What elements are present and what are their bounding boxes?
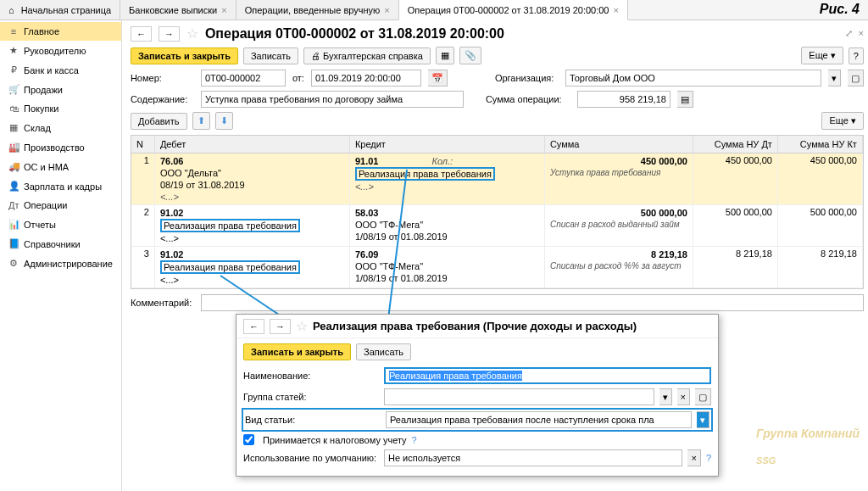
close-icon[interactable]: × [384, 5, 389, 15]
dropdown-icon[interactable]: ▾ [659, 388, 672, 405]
dropdown-icon[interactable]: ▾ [828, 70, 841, 86]
tab-operation[interactable]: Операция 0Т00-000002 от 31.08.2019 20:00… [399, 0, 628, 20]
clear-icon[interactable]: × [677, 388, 690, 405]
add-button[interactable]: Добавить [131, 113, 187, 130]
sidebar-item[interactable]: 🏭Производство [0, 137, 121, 157]
save-button[interactable]: Записать [243, 47, 298, 64]
col-debit[interactable]: Дебет [155, 136, 350, 153]
org-label: Организация: [495, 73, 559, 83]
sidebar-item[interactable]: ▦Склад [0, 118, 121, 137]
sidebar-item-label: Банк и касса [24, 65, 79, 75]
sidebar-icon: Дт [8, 200, 19, 210]
col-sum[interactable]: Сумма [545, 136, 693, 153]
sidebar-icon: 📊 [8, 219, 19, 230]
tab-bank[interactable]: Банковские выписки× [120, 0, 236, 20]
help-icon[interactable]: ? [706, 453, 711, 463]
sidebar-item[interactable]: 📘Справочники [0, 234, 121, 254]
table-row[interactable]: 291.02Реализация права требования<...>58… [131, 205, 863, 247]
popup-back[interactable]: ← [243, 319, 264, 334]
sidebar-icon: ▦ [8, 122, 19, 133]
org-input[interactable] [565, 70, 821, 86]
help-icon[interactable]: ? [412, 435, 417, 445]
table-row[interactable]: 176.06ООО "Дельта"08/19 от 31.08.2019<..… [131, 153, 863, 205]
table-row[interactable]: 391.02Реализация права требования<...>76… [131, 247, 863, 288]
sidebar-item-label: Производство [24, 142, 85, 153]
col-nud[interactable]: Сумма НУ Дт [693, 136, 778, 153]
close-icon[interactable]: × [614, 5, 619, 15]
sidebar-item[interactable]: 🛒Продажи [0, 80, 121, 99]
calc-icon[interactable]: ▤ [677, 91, 693, 108]
print-button[interactable]: 🖨 Бухгалтерская справка [303, 47, 431, 64]
popup-group-label: Группа статей: [243, 392, 379, 402]
sidebar-item-label: Покупки [24, 103, 58, 114]
sidebar-item[interactable]: ₽Банк и касса [0, 60, 121, 80]
sidebar-icon: 🛍 [8, 103, 19, 114]
popup-name-input[interactable]: Реализация права требования [384, 367, 711, 384]
sidebar-icon: ⚙ [8, 258, 19, 269]
star-icon[interactable]: ☆ [296, 318, 308, 334]
tab-home[interactable]: Начальная страница [0, 0, 120, 20]
sum-label: Сумма операции: [486, 94, 570, 104]
help-button[interactable]: ? [849, 47, 864, 64]
sidebar-item[interactable]: 📊Отчеты [0, 215, 121, 234]
open-icon[interactable]: ▢ [695, 388, 711, 405]
open-icon[interactable]: ▢ [848, 70, 864, 86]
num-label: Номер: [131, 73, 194, 83]
col-nuk[interactable]: Сумма НУ Кт [778, 136, 863, 153]
star-icon[interactable]: ☆ [186, 25, 198, 42]
close-icon[interactable]: × [221, 5, 226, 15]
calendar-icon[interactable]: 📅 [428, 70, 448, 86]
sidebar-item-label: Продажи [24, 85, 63, 95]
move-up-icon[interactable]: ⬆ [192, 112, 210, 130]
sidebar-icon: 🏭 [8, 142, 19, 153]
nav-fwd-button[interactable]: → [159, 26, 180, 42]
sidebar-item[interactable]: 🛍Покупки [0, 99, 121, 118]
sidebar-icon: 📘 [8, 238, 19, 249]
sidebar-item[interactable]: ⚙Администрирование [0, 254, 121, 273]
date-input[interactable] [311, 70, 421, 86]
popup-type-input[interactable]: Реализация права требования после наступ… [386, 411, 692, 428]
close-icon[interactable]: × [858, 28, 863, 39]
save-close-button[interactable]: Записать и закрыть [131, 47, 238, 64]
sidebar-item-label: Справочники [24, 239, 81, 249]
popup-name-label: Наименование: [243, 371, 379, 381]
sidebar-icon: ≡ [8, 26, 19, 36]
sidebar: ≡Главное★Руководителю₽Банк и касса🛒Прода… [0, 20, 122, 491]
popup-fwd[interactable]: → [270, 319, 291, 334]
tool-icon-1[interactable]: ▦ [436, 47, 454, 64]
dropdown-icon[interactable]: ▾ [697, 411, 709, 428]
popup-dialog: ← → ☆ Реализация права требования (Прочи… [236, 314, 719, 477]
more-button[interactable]: Еще ▾ [801, 47, 843, 64]
num-input[interactable] [201, 70, 286, 86]
more-button-2[interactable]: Еще ▾ [821, 112, 863, 130]
sidebar-item[interactable]: ≡Главное [0, 22, 121, 41]
sidebar-icon: 🚚 [8, 161, 19, 172]
comment-input[interactable] [201, 294, 864, 311]
sum-input[interactable] [577, 91, 670, 108]
sidebar-item-label: Руководителю [24, 46, 86, 56]
sidebar-item[interactable]: 🚚ОС и НМА [0, 157, 121, 176]
tax-checkbox[interactable] [243, 434, 254, 445]
sidebar-item-label: Склад [24, 123, 51, 133]
popup-group-input[interactable] [384, 388, 654, 405]
sidebar-item[interactable]: ДтОперации [0, 196, 121, 215]
col-n[interactable]: N [131, 136, 155, 153]
sidebar-item[interactable]: ★Руководителю [0, 41, 121, 60]
comment-label: Комментарий: [131, 298, 194, 308]
sidebar-icon: ₽ [8, 64, 19, 75]
move-down-icon[interactable]: ⬇ [215, 112, 233, 130]
popup-save[interactable]: Записать [356, 343, 411, 360]
clear-icon[interactable]: × [687, 449, 700, 466]
figure-label: Рис. 4 [820, 2, 860, 17]
tab-manual-ops[interactable]: Операции, введенные вручную× [236, 0, 399, 20]
col-credit[interactable]: Кредит [350, 136, 545, 153]
popup-save-close[interactable]: Записать и закрыть [243, 343, 351, 360]
link-icon[interactable]: ⤢ [845, 28, 853, 39]
popup-default-input[interactable]: Не используется [384, 449, 682, 466]
entries-table: N Дебет Кредит Сумма Сумма НУ Дт Сумма Н… [131, 135, 864, 289]
sidebar-item-label: Зарплата и кадры [24, 181, 102, 192]
content-input[interactable] [201, 91, 464, 108]
sidebar-item[interactable]: 👤Зарплата и кадры [0, 176, 121, 196]
attach-icon[interactable]: 📎 [459, 47, 481, 64]
nav-back-button[interactable]: ← [131, 26, 152, 42]
